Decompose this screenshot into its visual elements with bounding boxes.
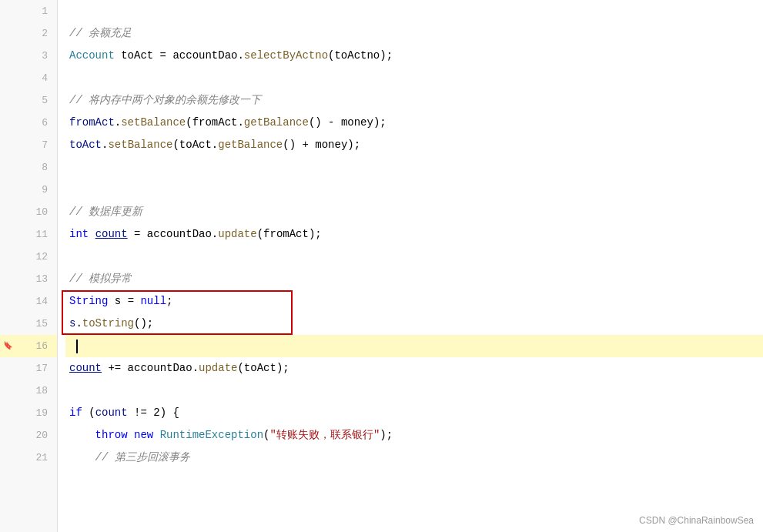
token-comment: // 模拟异常: [69, 268, 132, 290]
code-line: String s = null;: [65, 290, 763, 313]
line-numbers: 12345678910111213141516🔖1718192021: [0, 0, 58, 532]
token-plain: (: [263, 424, 269, 447]
code-line: fromAct.setBalance(fromAct.getBalance() …: [65, 112, 763, 134]
line-number: 6: [0, 112, 57, 134]
token-method: getBalance: [218, 134, 283, 156]
token-comment: // 余额充足: [69, 22, 132, 45]
token-variable: count: [95, 402, 128, 424]
line-number: 12: [0, 246, 57, 268]
line-number: 3: [0, 45, 57, 67]
token-plain: (: [82, 402, 95, 424]
line-number: 11: [0, 223, 57, 246]
line-number: 9: [0, 179, 57, 201]
token-keyword: throw: [95, 424, 128, 447]
line-number: 18: [0, 380, 57, 402]
token-variable: fromAct: [69, 112, 115, 134]
code-line: count += accountDao.update(toAct);: [65, 357, 763, 380]
token-method: getBalance: [244, 112, 309, 134]
token-variable: count: [95, 223, 128, 246]
code-line: [65, 380, 763, 402]
token-method: setBalance: [121, 112, 186, 134]
code-line: // 第三步回滚事务: [65, 447, 763, 469]
code-line: // 数据库更新: [65, 201, 763, 223]
token-plain: .: [75, 313, 82, 335]
line-number: 10: [0, 201, 57, 223]
code-line: [65, 246, 763, 268]
line-number: 4: [0, 67, 57, 89]
token-keyword: new: [134, 424, 153, 447]
text-cursor: [76, 340, 78, 353]
code-line: [65, 335, 763, 357]
token-plain: s =: [108, 290, 140, 313]
line-number: 14: [0, 290, 57, 313]
token-comment: // 数据库更新: [69, 201, 142, 223]
editor-container: 12345678910111213141516🔖1718192021 // 余额…: [0, 0, 763, 532]
token-keyword: null: [140, 290, 166, 313]
code-line: [65, 179, 763, 201]
token-plain: [89, 223, 95, 246]
token-method: update: [199, 357, 237, 380]
line-number: 5: [0, 89, 57, 112]
code-line: [65, 67, 763, 89]
code-line: throw new RuntimeException("转账失败，联系银行");: [65, 424, 763, 447]
token-keyword: int: [69, 223, 89, 246]
token-method: setBalance: [108, 134, 172, 156]
token-keyword: String: [69, 290, 108, 313]
line-number: 16🔖: [0, 335, 57, 357]
bookmark-icon: 🔖: [3, 341, 14, 352]
token-variable: toAct: [69, 134, 102, 156]
code-line: [65, 156, 763, 179]
token-plain: != 2) {: [128, 402, 179, 424]
code-line: // 模拟异常: [65, 268, 763, 290]
token-plain: (fromAct.: [186, 112, 244, 134]
token-method: selectByActno: [244, 45, 328, 67]
token-class-name: RuntimeException: [160, 424, 263, 447]
token-comment: // 将内存中两个对象的余额先修改一下: [69, 89, 261, 112]
code-area[interactable]: // 余额充足Account toAct = accountDao.select…: [58, 0, 763, 532]
token-plain: (toActno);: [328, 45, 393, 67]
line-number: 1: [0, 0, 57, 22]
token-plain: ;: [166, 290, 172, 313]
line-number: 15: [0, 313, 57, 335]
token-plain: [153, 424, 159, 447]
code-line: Account toAct = accountDao.selectByActno…: [65, 45, 763, 67]
token-variable: count: [69, 357, 102, 380]
code-line: if (count != 2) {: [65, 402, 763, 424]
code-line: // 余额充足: [65, 22, 763, 45]
token-method: toString: [82, 313, 134, 335]
token-string: "转账失败，联系银行": [269, 424, 380, 447]
token-plain: [128, 424, 134, 447]
code-line: toAct.setBalance(toAct.getBalance() + mo…: [65, 134, 763, 156]
token-class-name: Account: [69, 45, 115, 67]
token-plain: (toAct);: [237, 357, 289, 380]
token-keyword: if: [69, 402, 82, 424]
token-plain: );: [380, 424, 393, 447]
token-plain: ();: [134, 313, 153, 335]
code-line: int count = accountDao.update(fromAct);: [65, 223, 763, 246]
line-number: 20: [0, 424, 57, 447]
token-method: update: [218, 223, 256, 246]
code-line: s.toString();: [65, 313, 763, 335]
line-number: 2: [0, 22, 57, 45]
token-plain: = accountDao.: [128, 223, 219, 246]
line-number: 8: [0, 156, 57, 179]
token-plain: .: [102, 134, 108, 156]
line-number: 19: [0, 402, 57, 424]
token-comment: // 第三步回滚事务: [69, 447, 190, 469]
token-plain: () - money);: [309, 112, 387, 134]
watermark: CSDN @ChinaRainbowSea: [639, 515, 754, 526]
token-plain: (fromAct);: [257, 223, 322, 246]
line-number: 21: [0, 447, 57, 469]
token-plain: toAct = accountDao.: [115, 45, 244, 67]
code-line: [65, 0, 763, 22]
line-number: 7: [0, 134, 57, 156]
token-plain: () + money);: [283, 134, 360, 156]
token-plain: (toAct.: [172, 134, 218, 156]
token-variable: s: [69, 313, 75, 335]
line-number: 17: [0, 357, 57, 380]
token-plain: [69, 424, 95, 447]
code-line: // 将内存中两个对象的余额先修改一下: [65, 89, 763, 112]
line-number: 13: [0, 268, 57, 290]
token-plain: .: [115, 112, 121, 134]
token-plain: += accountDao.: [102, 357, 199, 380]
